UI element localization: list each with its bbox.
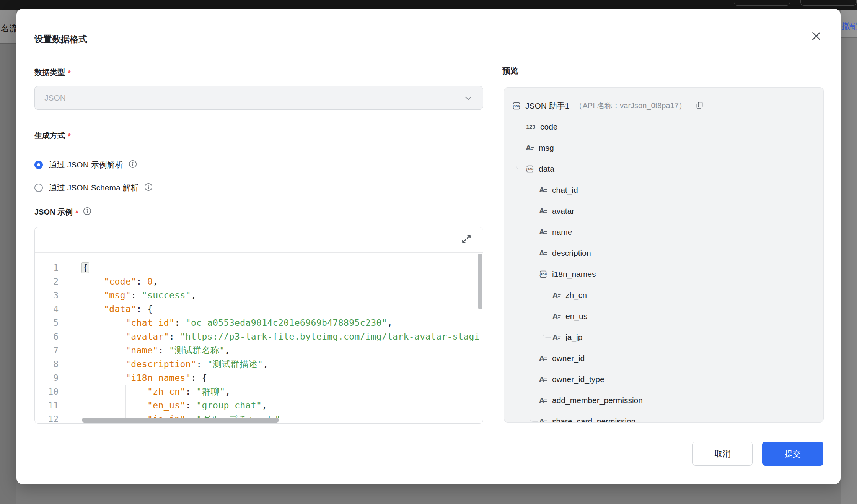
undo-link: 撤销 — [842, 21, 857, 32]
background-page-right: 撤销 — [841, 10, 857, 504]
preview-panel: JSONJSON 助手1（API 名称：varJson_0t8pa17）123c… — [504, 87, 824, 423]
tree-node-name: owner_id — [552, 354, 585, 363]
json-object-icon: JSON — [539, 270, 548, 279]
vertical-scrollbar[interactable] — [478, 254, 482, 309]
tree-node: JSONdata — [525, 158, 816, 179]
generation-options: 通过 JSON 示例解析通过 JSON Schema 解析 — [34, 153, 153, 199]
toolbar-button — [734, 0, 790, 6]
svg-text:A: A — [553, 312, 558, 320]
tree-node: Achat_id — [539, 179, 816, 200]
tree-node: Adescription — [539, 242, 816, 263]
horizontal-scrollbar[interactable] — [82, 418, 279, 423]
variable-tree: JSONJSON 助手1（API 名称：varJson_0t8pa17）123c… — [512, 95, 816, 423]
tree-node-name: msg — [539, 143, 554, 153]
svg-text:JSON: JSON — [513, 104, 520, 107]
code-line: 3"msg": "success", — [35, 288, 483, 302]
code-line: 8"description": "测试群描述", — [35, 357, 483, 371]
code-line: 2"code": 0, — [35, 275, 483, 288]
tree-node-name: data — [539, 164, 554, 174]
svg-text:A: A — [539, 207, 545, 215]
tree-node-name: zh_cn — [565, 291, 587, 300]
code-area[interactable]: 1{2"code": 0,3"msg": "success",4"data": … — [35, 253, 483, 423]
tree-node: Aadd_member_permission — [539, 390, 816, 411]
json-example-label: JSON 示例* — [34, 207, 91, 217]
tree-node: Azh_cn — [552, 285, 816, 306]
radio-option-label: 通过 JSON Schema 解析 — [49, 182, 139, 193]
svg-text:A: A — [539, 397, 545, 404]
info-icon[interactable] — [129, 160, 137, 170]
tree-node: Aavatar — [539, 200, 816, 221]
tree-node-name: ja_jp — [565, 333, 582, 342]
tree-node: Aowner_id_type — [539, 369, 816, 390]
radio-option-2[interactable]: 通过 JSON Schema 解析 — [34, 176, 153, 199]
line-number: 6 — [35, 330, 59, 343]
required-mark: * — [75, 208, 78, 217]
line-number: 12 — [35, 412, 59, 423]
tree-node-name: name — [552, 228, 572, 237]
number-type-icon: 123 — [525, 122, 536, 132]
api-name-note: （API 名称：varJson_0t8pa17） — [575, 101, 686, 111]
string-type-icon: A — [552, 333, 561, 342]
svg-text:A: A — [539, 186, 545, 194]
copy-button[interactable] — [694, 100, 704, 111]
svg-text:A: A — [539, 354, 545, 362]
tree-node-name: owner_id_type — [552, 375, 604, 384]
string-type-icon: A — [539, 185, 548, 195]
tree-node: Aowner_id — [539, 348, 816, 369]
code-line: 9"i18n_names": { — [35, 371, 483, 385]
svg-text:A: A — [539, 376, 545, 383]
background-page-left: 名流 — [0, 10, 16, 504]
toolbar-button — [800, 0, 857, 6]
radio-selected[interactable] — [34, 161, 43, 169]
close-button[interactable] — [808, 28, 824, 45]
tree-node-name: avatar — [552, 206, 574, 216]
code-line: 10"zh_cn": "群聊", — [35, 385, 483, 398]
svg-text:JSON: JSON — [539, 273, 547, 276]
required-mark: * — [68, 69, 71, 78]
tree-node: JSONi18n_names — [539, 263, 816, 285]
json-example-editor[interactable]: 1{2"code": 0,3"msg": "success",4"data": … — [34, 227, 483, 424]
tree-node: Ashare_card_permission — [539, 411, 816, 423]
set-data-format-dialog: 设置数据格式 数据类型* JSON 生成方式* 通过 JSON 示例解析通过 J… — [16, 9, 841, 484]
copy-icon — [695, 101, 704, 111]
svg-text:A: A — [539, 228, 545, 236]
radio-option-1[interactable]: 通过 JSON 示例解析 — [34, 153, 153, 176]
tree-node-name: description — [552, 249, 591, 258]
line-number: 2 — [35, 275, 59, 288]
svg-text:JSON: JSON — [526, 167, 533, 171]
data-type-select[interactable]: JSON — [34, 86, 483, 110]
code-line: 6"avatar": "https://p3-lark-file.byteimg… — [35, 330, 483, 343]
svg-text:A: A — [526, 144, 531, 152]
svg-text:A: A — [539, 249, 545, 257]
string-type-icon: A — [539, 228, 548, 237]
tree-node: Amsg — [525, 137, 816, 158]
expand-button[interactable] — [459, 232, 474, 247]
string-type-icon: A — [539, 206, 548, 216]
generation-method-label: 生成方式* — [34, 130, 71, 141]
line-number: 7 — [35, 343, 59, 357]
string-type-icon: A — [552, 312, 561, 321]
tree-node: Aen_us — [552, 306, 816, 327]
code-line: 5"chat_id": "oc_a0553eda9014c201e6969b47… — [35, 316, 483, 330]
tree-root: JSONJSON 助手1（API 名称：varJson_0t8pa17） — [512, 95, 816, 116]
info-icon[interactable] — [83, 207, 91, 217]
close-icon — [810, 38, 823, 44]
line-number: 10 — [35, 385, 59, 398]
tree-node: Aja_jp — [552, 327, 816, 348]
line-number: 9 — [35, 371, 59, 385]
preview-label: 预览 — [502, 65, 518, 76]
json-object-icon: JSON — [525, 164, 534, 174]
string-type-icon: A — [539, 354, 548, 363]
submit-button[interactable]: 提交 — [762, 442, 823, 466]
expand-icon — [460, 241, 472, 246]
svg-text:A: A — [553, 333, 558, 341]
tree-node-name: i18n_names — [552, 270, 596, 279]
radio-option-label: 通过 JSON 示例解析 — [49, 159, 123, 170]
string-type-icon: A — [539, 375, 548, 384]
radio-unselected[interactable] — [34, 184, 43, 192]
info-icon[interactable] — [144, 183, 153, 193]
string-type-icon: A — [525, 143, 534, 153]
cancel-button[interactable]: 取消 — [692, 442, 753, 466]
data-type-value: JSON — [44, 93, 66, 102]
background-toolbar-edge: 撤销 — [841, 10, 857, 38]
